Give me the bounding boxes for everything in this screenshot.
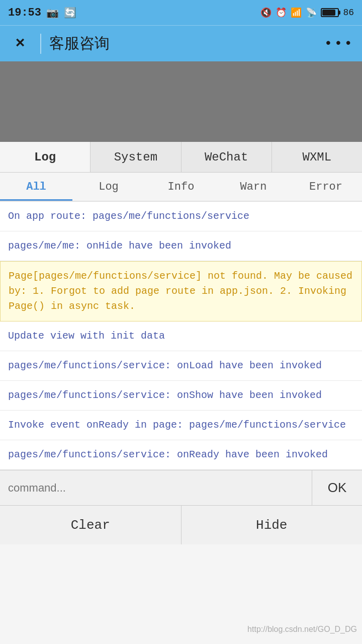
- log-item: pages/me/functions/service: onShow have …: [0, 381, 362, 411]
- status-bar: 19:53 📷 🔄 🔇 ⏰ 📶 📡 86: [0, 0, 362, 25]
- clear-button[interactable]: Clear: [0, 506, 182, 544]
- log-item: Update view with init data: [0, 321, 362, 351]
- log-item: pages/me/functions/service: onLoad have …: [0, 351, 362, 381]
- log-item-warning: Page[pages/me/functions/service] not fou…: [0, 261, 362, 321]
- title-divider: [40, 34, 41, 54]
- camera-icon: 📷: [46, 7, 59, 19]
- mute-icon: 🔇: [260, 7, 272, 18]
- secondary-tabs: All Log Info Warn Error: [0, 173, 362, 202]
- close-button[interactable]: ×: [8, 34, 32, 53]
- tab-wxml[interactable]: WXML: [272, 142, 362, 172]
- tab-log-filter[interactable]: Log: [72, 173, 145, 201]
- log-item: pages/me/functions/service: onReady have…: [0, 440, 362, 470]
- clock-icon: ⏰: [276, 7, 287, 18]
- tab-error-filter[interactable]: Error: [290, 173, 362, 201]
- command-input[interactable]: [0, 470, 312, 505]
- tab-wechat[interactable]: WeChat: [182, 142, 272, 172]
- battery-icon: [321, 8, 339, 17]
- log-item: pages/me/me: onHide have been invoked: [0, 231, 362, 261]
- tab-warn-filter[interactable]: Warn: [217, 173, 290, 201]
- page-title: 客服咨询: [49, 33, 324, 54]
- status-icons-area: 🔇 ⏰ 📶 📡 86: [260, 7, 354, 18]
- log-content-area: On app route: pages/me/functions/service…: [0, 202, 362, 470]
- signal-icon: 📡: [306, 7, 317, 18]
- primary-tabs: Log System WeChat WXML: [0, 142, 362, 173]
- command-area: OK: [0, 470, 362, 505]
- ok-button[interactable]: OK: [312, 470, 362, 505]
- hide-button[interactable]: Hide: [182, 506, 363, 544]
- title-bar: × 客服咨询 •••: [0, 25, 362, 61]
- log-item: Invoke event onReady in page: pages/me/f…: [0, 411, 362, 440]
- battery-level: 86: [343, 8, 354, 18]
- more-options-button[interactable]: •••: [324, 36, 354, 51]
- status-time-area: 19:53 📷 🔄: [8, 7, 76, 19]
- sync-icon: 🔄: [64, 7, 76, 19]
- wifi-icon: 📶: [291, 7, 302, 18]
- tab-all[interactable]: All: [0, 173, 72, 201]
- log-item: On app route: pages/me/functions/service: [0, 202, 362, 231]
- tab-info-filter[interactable]: Info: [145, 173, 217, 201]
- time-display: 19:53: [8, 7, 41, 19]
- tab-system[interactable]: System: [90, 142, 181, 172]
- bottom-bar: Clear Hide: [0, 505, 362, 544]
- preview-area: [0, 61, 362, 142]
- watermark: http://blog.csdn.net/GO_D_DG: [247, 625, 357, 634]
- tab-log[interactable]: Log: [0, 142, 90, 172]
